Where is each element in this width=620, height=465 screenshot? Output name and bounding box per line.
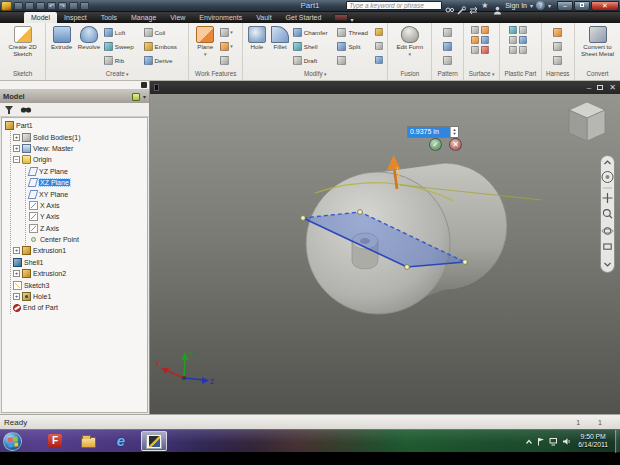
dimension-input[interactable]: 0.9375 in ▲▼ xyxy=(407,126,459,138)
expand-icon[interactable]: + xyxy=(13,270,20,277)
emboss-button[interactable]: Emboss xyxy=(143,39,187,53)
plane-handle[interactable] xyxy=(463,260,468,265)
expand-icon[interactable]: + xyxy=(13,293,20,300)
work-point-button[interactable]: ▾ xyxy=(219,39,234,53)
plane-handle[interactable] xyxy=(405,265,410,270)
action-center-flag-icon[interactable] xyxy=(537,432,545,450)
network-icon[interactable] xyxy=(549,432,558,450)
doc-scroll-icon[interactable] xyxy=(154,84,159,91)
collapse-icon[interactable]: − xyxy=(13,156,20,163)
group-label-modify[interactable]: Modify xyxy=(243,69,387,80)
edit-form-button[interactable]: Edit Form ▾ xyxy=(393,25,427,57)
tree-item-hole1[interactable]: + Hole1 xyxy=(13,291,147,302)
stitch-icon[interactable] xyxy=(471,26,479,34)
browser-pushpin-icon[interactable] xyxy=(132,93,140,101)
filter-icon[interactable] xyxy=(4,101,14,119)
volume-icon[interactable] xyxy=(562,432,571,450)
favorites-star-icon[interactable]: ★ xyxy=(481,1,490,10)
delete-face-icon[interactable] xyxy=(481,46,489,54)
app-logo-icon[interactable] xyxy=(1,1,12,11)
group-label-sketch[interactable]: Sketch xyxy=(0,69,45,80)
harness-segment-button[interactable] xyxy=(552,39,563,53)
shell-button[interactable]: Shell xyxy=(292,39,337,53)
save-icon[interactable] xyxy=(36,2,45,10)
create-2d-sketch-button[interactable]: Create 2D Sketch xyxy=(3,25,43,57)
chamfer-button[interactable]: Chamfer xyxy=(292,25,337,39)
tab-model[interactable]: Model xyxy=(24,12,57,23)
boundary-patch-icon[interactable] xyxy=(481,26,489,34)
fillet-button[interactable]: Fillet xyxy=(269,25,292,51)
convert-to-sheet-metal-button[interactable]: Convert to Sheet Metal xyxy=(577,25,618,57)
update-icon[interactable] xyxy=(80,2,89,10)
model-scene[interactable]: X Y Z xyxy=(150,94,620,414)
close-button[interactable]: ✕ xyxy=(591,1,619,11)
snap-fit-icon[interactable] xyxy=(519,46,527,54)
doc-close-button[interactable]: ✕ xyxy=(609,82,616,93)
draft-button[interactable]: Draft xyxy=(292,53,337,67)
exchange-icon[interactable] xyxy=(469,1,478,10)
dimension-value[interactable]: 0.9375 in xyxy=(408,127,450,137)
group-label-harness[interactable]: Harness xyxy=(542,69,574,80)
browser-scroll-icon[interactable] xyxy=(141,82,147,88)
new-file-icon[interactable] xyxy=(14,2,23,10)
split-button[interactable]: Split xyxy=(336,39,373,53)
show-desktop-button[interactable] xyxy=(615,430,620,453)
undo-icon[interactable]: ↶ xyxy=(47,2,56,10)
move-bodies-button[interactable] xyxy=(373,53,385,67)
rule-fillet-icon[interactable] xyxy=(519,36,527,44)
help-caret-icon[interactable]: ▾ xyxy=(548,2,551,9)
tree-item-solid-bodies[interactable]: + Solid Bodies(1) xyxy=(13,131,147,142)
taskbar-internet-explorer[interactable]: e xyxy=(108,431,134,451)
trim-icon[interactable] xyxy=(481,36,489,44)
user-icon[interactable] xyxy=(493,1,502,10)
clock[interactable]: 9:50 PM 6/14/2011 xyxy=(575,433,611,449)
tree-item-extrusion2[interactable]: + Extrusion2 xyxy=(13,268,147,279)
tab-environments[interactable]: Environments xyxy=(192,12,249,23)
loft-button[interactable]: Loft xyxy=(103,25,143,39)
search-options-icon[interactable] xyxy=(445,1,454,10)
group-label-plastic-part[interactable]: Plastic Part xyxy=(500,69,540,80)
tab-get-started[interactable]: Get Started xyxy=(279,12,329,23)
expand-icon[interactable]: + xyxy=(13,145,20,152)
navigation-bar[interactable] xyxy=(600,155,615,273)
lip-icon[interactable] xyxy=(509,46,517,54)
group-label-surface[interactable]: Surface xyxy=(464,69,499,80)
extrude-button[interactable]: Extrude xyxy=(48,25,75,51)
doc-restore-button[interactable] xyxy=(597,85,603,90)
tree-item-end-of-part[interactable]: End of Part xyxy=(13,302,147,313)
ribbon-appearance-icon[interactable] xyxy=(334,14,348,21)
coil-button[interactable]: Coil xyxy=(143,25,187,39)
tree-item-sketch3[interactable]: Sketch3 xyxy=(13,279,147,290)
derive-button[interactable]: Derive xyxy=(143,53,187,67)
print-icon[interactable] xyxy=(69,2,78,10)
revolve-button[interactable]: Revolve xyxy=(75,25,103,51)
expand-icon[interactable]: + xyxy=(13,134,20,141)
group-label-pattern[interactable]: Pattern xyxy=(432,69,462,80)
find-icon[interactable] xyxy=(20,101,32,119)
rib-button[interactable]: Rib xyxy=(103,53,143,67)
tree-item-extrusion1[interactable]: + Extrusion1 xyxy=(13,245,147,256)
taskbar-explorer[interactable] xyxy=(75,431,101,451)
sign-in-caret-icon[interactable]: ▾ xyxy=(530,2,533,9)
hole-button[interactable]: Hole xyxy=(245,25,268,51)
cancel-button[interactable]: ✕ xyxy=(449,138,462,151)
sculpt-icon[interactable] xyxy=(471,36,479,44)
help-icon[interactable]: ? xyxy=(536,1,545,10)
ribbon-options-caret-icon[interactable]: ▾ xyxy=(350,16,353,23)
open-icon[interactable] xyxy=(25,2,34,10)
maximize-button[interactable] xyxy=(574,1,590,11)
sweep-button[interactable]: Sweep xyxy=(103,39,143,53)
mirror-button[interactable] xyxy=(442,53,453,67)
harness-pin-button[interactable] xyxy=(552,53,563,67)
apply-button[interactable]: ✓ xyxy=(429,138,442,151)
dimension-spinner[interactable]: ▲▼ xyxy=(450,127,458,137)
harness-route-button[interactable] xyxy=(552,25,563,39)
tree-item-view-master[interactable]: + View: Master xyxy=(13,143,147,154)
sign-in-link[interactable]: Sign In xyxy=(505,2,527,9)
plane-button[interactable]: Plane ▾ xyxy=(191,25,219,57)
tree-item-z-axis[interactable]: Z Axis xyxy=(29,223,147,234)
group-label-convert[interactable]: Convert xyxy=(575,69,620,80)
expand-icon[interactable]: + xyxy=(13,247,20,254)
thread-button[interactable]: Thread xyxy=(336,25,373,39)
tray-chevron-icon[interactable] xyxy=(525,432,533,450)
